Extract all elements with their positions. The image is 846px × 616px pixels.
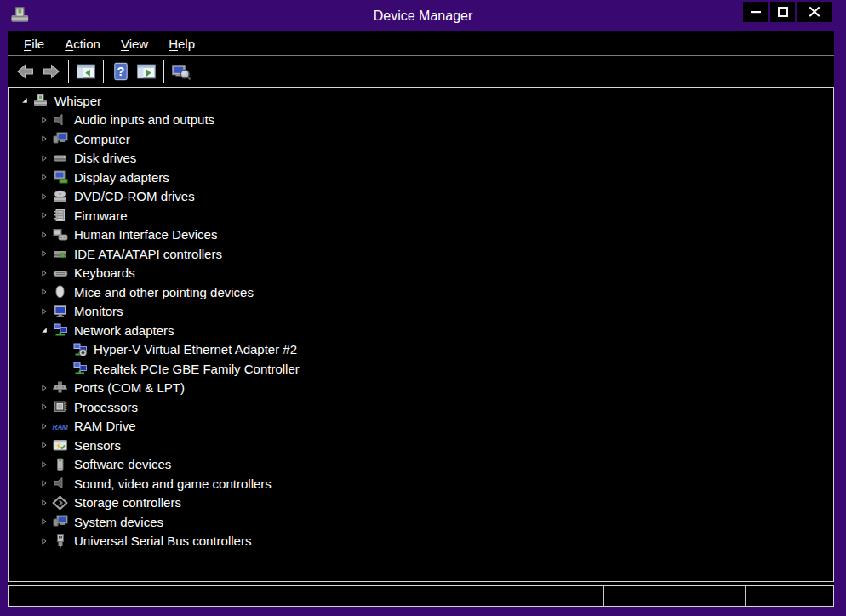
serial-port-icon bbox=[52, 380, 69, 396]
device-manager-app-icon bbox=[9, 4, 31, 26]
tree-item[interactable]: Human Interface Devices bbox=[9, 225, 833, 245]
scan-hardware-button[interactable] bbox=[169, 60, 194, 83]
network-adapter-icon bbox=[71, 361, 89, 376]
tree-item[interactable]: IDE ATA/ATAPI controllers bbox=[9, 244, 833, 264]
tree-item[interactable]: Realtek PCIe GBE Family Controller bbox=[9, 359, 833, 379]
tree-item-label: Storage controllers bbox=[74, 495, 181, 510]
tree-item[interactable]: Hyper-V Virtual Ethernet Adapter #2 bbox=[9, 340, 833, 360]
expand-toggle[interactable] bbox=[38, 132, 50, 145]
tree-item-label: Network adapters bbox=[74, 323, 174, 338]
expand-toggle[interactable] bbox=[38, 151, 50, 165]
window-controls bbox=[743, 2, 832, 22]
show-console-tree-button[interactable] bbox=[73, 60, 99, 83]
tree-item[interactable]: Firmware bbox=[9, 206, 833, 225]
tree-item[interactable]: Disk drives bbox=[9, 149, 833, 168]
expand-toggle[interactable] bbox=[38, 190, 50, 203]
processor-icon bbox=[52, 399, 69, 414]
menu-view[interactable]: View bbox=[117, 35, 152, 53]
expand-toggle[interactable] bbox=[38, 534, 50, 548]
collapsed-triangle-icon bbox=[38, 114, 50, 126]
collapsed-triangle-icon bbox=[38, 382, 50, 394]
device-tree[interactable]: WhisperAudio inputs and outputsComputerD… bbox=[8, 87, 834, 582]
ram-drive-icon: RAM bbox=[52, 419, 69, 434]
expand-toggle[interactable] bbox=[38, 323, 50, 337]
tree-item[interactable]: RAMRAM Drive bbox=[9, 417, 833, 436]
tree-item[interactable]: Software devices bbox=[9, 455, 833, 475]
help-button[interactable]: ? bbox=[108, 60, 134, 83]
expand-toggle[interactable] bbox=[38, 496, 50, 510]
expand-toggle[interactable] bbox=[38, 305, 50, 318]
close-button[interactable] bbox=[797, 2, 832, 22]
tree-item[interactable]: Display adapters bbox=[9, 168, 833, 187]
expand-toggle[interactable] bbox=[38, 170, 50, 184]
collapsed-triangle-icon bbox=[38, 420, 50, 432]
minimize-button[interactable] bbox=[743, 2, 768, 22]
forward-button[interactable] bbox=[38, 60, 64, 83]
collapsed-triangle-icon bbox=[38, 535, 50, 547]
hid-icon bbox=[52, 227, 69, 242]
device-manager-app-icon bbox=[9, 4, 31, 26]
tree-item[interactable]: System devices bbox=[9, 512, 833, 532]
svg-text:?: ? bbox=[117, 65, 125, 78]
expand-toggle[interactable] bbox=[38, 228, 50, 242]
tree-item[interactable]: Sound, video and game controllers bbox=[9, 474, 833, 493]
collapsed-triangle-icon bbox=[38, 305, 50, 317]
expand-toggle[interactable] bbox=[38, 458, 50, 471]
network-adapter-icon bbox=[71, 361, 89, 376]
tree-item[interactable]: Processors bbox=[9, 397, 833, 417]
titlebar[interactable]: Device Manager bbox=[0, 0, 846, 31]
toolbar-separator bbox=[103, 60, 104, 83]
tree-item[interactable]: Network adapters bbox=[9, 321, 833, 340]
monitor-icon bbox=[52, 304, 69, 319]
expand-toggle[interactable] bbox=[38, 476, 50, 490]
expand-toggle[interactable] bbox=[38, 515, 50, 528]
expand-spacer bbox=[58, 362, 70, 375]
processor-icon bbox=[52, 399, 69, 414]
tree-item[interactable]: Computer bbox=[9, 129, 833, 149]
tree-item-label: Realtek PCIe GBE Family Controller bbox=[94, 362, 300, 376]
menu-help[interactable]: Help bbox=[164, 35, 199, 53]
collapsed-triangle-icon bbox=[38, 248, 50, 260]
statusbar-segment bbox=[9, 586, 603, 606]
tree-item[interactable]: Universal Serial Bus controllers bbox=[9, 532, 833, 551]
expand-toggle[interactable] bbox=[38, 285, 50, 299]
tree-item-label: Human Interface Devices bbox=[74, 227, 217, 242]
network-adapter-icon bbox=[52, 322, 69, 338]
collapsed-triangle-icon bbox=[38, 152, 50, 164]
collapsed-triangle-icon bbox=[38, 497, 50, 509]
expand-toggle[interactable] bbox=[38, 381, 50, 395]
keyboard-icon bbox=[52, 265, 69, 281]
expand-toggle[interactable] bbox=[38, 208, 50, 222]
collapsed-triangle-icon bbox=[38, 401, 50, 413]
tree-item[interactable]: Monitors bbox=[9, 302, 833, 322]
expand-toggle[interactable] bbox=[38, 438, 50, 452]
tree-item[interactable]: Keyboards bbox=[9, 264, 833, 283]
tree-item-label: System devices bbox=[74, 515, 163, 529]
expand-toggle[interactable] bbox=[19, 94, 31, 107]
tree-item[interactable]: Ports (COM & LPT) bbox=[9, 379, 833, 398]
expand-toggle[interactable] bbox=[38, 247, 50, 260]
menu-action[interactable]: Action bbox=[60, 35, 105, 53]
back-button[interactable] bbox=[13, 60, 38, 83]
collapsed-triangle-icon bbox=[38, 286, 50, 298]
show-action-pane-button[interactable] bbox=[134, 60, 159, 83]
tree-item[interactable]: Audio inputs and outputs bbox=[9, 111, 833, 130]
device-manager-app-icon bbox=[32, 93, 49, 108]
menu-file[interactable]: File bbox=[20, 35, 49, 53]
collapsed-triangle-icon bbox=[38, 459, 50, 471]
tree-item-label: Universal Serial Bus controllers bbox=[74, 533, 251, 548]
tree-item[interactable]: Storage controllers bbox=[9, 493, 833, 513]
tree-item[interactable]: Mice and other pointing devices bbox=[9, 282, 833, 302]
expand-toggle[interactable] bbox=[38, 266, 50, 280]
tree-item[interactable]: Sensors bbox=[9, 436, 833, 455]
display-adapter-icon bbox=[52, 169, 69, 185]
expand-toggle[interactable] bbox=[38, 113, 50, 127]
serial-port-icon bbox=[52, 380, 69, 396]
expand-toggle[interactable] bbox=[38, 419, 50, 433]
scan-hardware-icon bbox=[171, 62, 191, 81]
tree-item[interactable]: DVD/CD-ROM drives bbox=[9, 187, 833, 207]
expand-toggle[interactable] bbox=[38, 400, 50, 414]
console-tree-icon bbox=[76, 62, 96, 81]
tree-item[interactable]: Whisper bbox=[9, 91, 833, 111]
maximize-button[interactable] bbox=[770, 2, 795, 22]
